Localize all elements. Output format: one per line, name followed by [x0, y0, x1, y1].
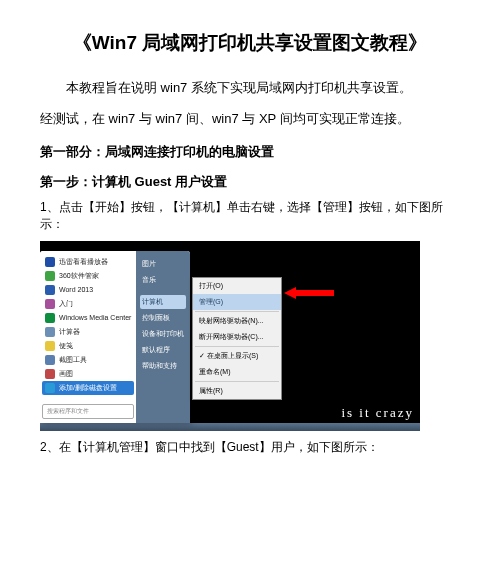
start-menu-right-item[interactable]: 帮助和支持: [140, 359, 186, 373]
intro-line-2: 经测试，在 win7 与 win7 间、win7 与 XP 间均可实现正常连接。: [40, 107, 460, 130]
step-1-text-2: 2、在【计算机管理】窗口中找到【Guest】用户，如下图所示：: [40, 439, 460, 456]
screenshot-start-menu: 迅雷看看播放器360软件管家Word 2013入门Windows Media C…: [40, 241, 420, 431]
context-menu-item[interactable]: 断开网络驱动器(C)...: [193, 329, 281, 345]
app-icon: [45, 257, 55, 267]
start-menu-right-pane: 图片音乐计算机控制面板设备和打印机默认程序帮助和支持: [136, 251, 190, 423]
context-menu-separator: [195, 311, 279, 312]
app-icon: [45, 383, 55, 393]
start-menu-right-item[interactable]: 默认程序: [140, 343, 186, 357]
start-menu-right-item[interactable]: [140, 289, 186, 293]
start-menu-item[interactable]: 画图: [42, 367, 134, 381]
start-menu-left-pane: 迅雷看看播放器360软件管家Word 2013入门Windows Media C…: [40, 251, 136, 423]
start-menu-item[interactable]: 入门: [42, 297, 134, 311]
start-menu-item-label: 计算器: [59, 327, 80, 337]
app-icon: [45, 355, 55, 365]
start-menu-item-label: 添加/删除磁盘设置: [59, 383, 117, 393]
page-title: 《Win7 局域网打印机共享设置图文教程》: [40, 30, 460, 56]
context-menu-separator: [195, 346, 279, 347]
start-menu-item[interactable]: 迅雷看看播放器: [42, 255, 134, 269]
start-menu-item-label: Windows Media Center: [59, 314, 131, 321]
start-menu-item-label: 迅雷看看播放器: [59, 257, 108, 267]
start-menu-item[interactable]: 添加/删除磁盘设置: [42, 381, 134, 395]
app-icon: [45, 369, 55, 379]
start-menu-item-label: 截图工具: [59, 355, 87, 365]
start-menu-item-label: 便笺: [59, 341, 73, 351]
start-menu-item[interactable]: Windows Media Center: [42, 311, 134, 325]
start-menu-item[interactable]: 计算器: [42, 325, 134, 339]
app-icon: [45, 327, 55, 337]
app-icon: [45, 285, 55, 295]
app-icon: [45, 271, 55, 281]
step-1-heading: 第一步：计算机 Guest 用户设置: [40, 173, 460, 191]
app-icon: [45, 341, 55, 351]
arrow-annotation: [284, 287, 334, 299]
start-menu-item-label: 360软件管家: [59, 271, 99, 281]
start-menu: 迅雷看看播放器360软件管家Word 2013入门Windows Media C…: [40, 251, 190, 423]
start-menu-item-label: 入门: [59, 299, 73, 309]
app-icon: [45, 299, 55, 309]
app-icon: [45, 313, 55, 323]
start-menu-item[interactable]: Word 2013: [42, 283, 134, 297]
start-menu-right-item[interactable]: 图片: [140, 257, 186, 271]
section-1-heading: 第一部分：局域网连接打印机的电脑设置: [40, 143, 460, 161]
search-input[interactable]: 搜索程序和文件: [42, 404, 134, 419]
watermark-text: is it crazy: [341, 405, 414, 421]
start-menu-item[interactable]: 便笺: [42, 339, 134, 353]
start-menu-item-label: 画图: [59, 369, 73, 379]
context-menu-separator: [195, 381, 279, 382]
context-menu-item[interactable]: 在桌面上显示(S): [193, 348, 281, 364]
context-menu-item[interactable]: 管理(G): [193, 294, 281, 310]
start-menu-item[interactable]: 截图工具: [42, 353, 134, 367]
intro-line-1: 本教程旨在说明 win7 系统下实现局域网内打印机共享设置。: [40, 76, 460, 99]
start-menu-right-item[interactable]: 音乐: [140, 273, 186, 287]
context-menu-item[interactable]: 映射网络驱动器(N)...: [193, 313, 281, 329]
start-menu-right-item[interactable]: 设备和打印机: [140, 327, 186, 341]
start-menu-right-item[interactable]: 计算机: [140, 295, 186, 309]
start-menu-item-label: Word 2013: [59, 286, 93, 293]
context-menu-item[interactable]: 打开(O): [193, 278, 281, 294]
step-1-text-1: 1、点击【开始】按钮，【计算机】单击右键，选择【管理】按钮，如下图所示：: [40, 199, 460, 233]
taskbar: [40, 423, 420, 431]
context-menu-item[interactable]: 重命名(M): [193, 364, 281, 380]
start-menu-right-item[interactable]: 控制面板: [140, 311, 186, 325]
context-menu: 打开(O)管理(G)映射网络驱动器(N)...断开网络驱动器(C)...在桌面上…: [192, 277, 282, 400]
start-menu-item[interactable]: 360软件管家: [42, 269, 134, 283]
context-menu-item[interactable]: 属性(R): [193, 383, 281, 399]
